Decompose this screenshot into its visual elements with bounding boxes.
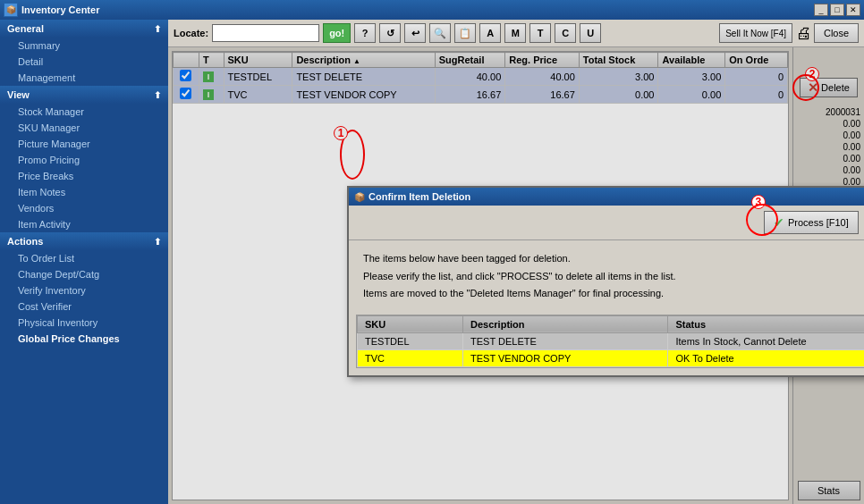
actions-collapse-arrow: ⬆ <box>154 237 161 247</box>
general-collapse-arrow: ⬆ <box>154 24 161 34</box>
clipboard-button[interactable]: 📋 <box>454 23 476 43</box>
sidebar-item-verify-inventory[interactable]: Verify Inventory <box>0 282 168 298</box>
maximize-button[interactable]: □ <box>830 4 844 16</box>
toolbar: Locate: go! ? ↺ ↩ 🔍 📋 A M T C U Sell It … <box>168 20 864 47</box>
modal-table: SKU Description Status TESTDEL TEST DELE… <box>357 315 864 367</box>
check-icon: ✔ <box>774 215 784 230</box>
modal-table-row: TVC TEST VENDOR COPY OK To Delete <box>358 349 865 366</box>
sidebar-general-header[interactable]: General ⬆ <box>0 20 168 38</box>
sidebar-view-header[interactable]: View ⬆ <box>0 86 168 104</box>
confirm-deletion-modal: 📦 Confirm Item Deletion _ □ ✕ 3 <box>347 186 864 377</box>
locate-input[interactable] <box>212 24 319 42</box>
a-button[interactable]: A <box>479 23 501 43</box>
sidebar-item-price-breaks[interactable]: Price Breaks <box>0 168 168 184</box>
sidebar-item-promo-pricing[interactable]: Promo Pricing <box>0 152 168 168</box>
search-button[interactable]: 🔍 <box>429 23 451 43</box>
sidebar-item-item-activity[interactable]: Item Activity <box>0 216 168 232</box>
sidebar-item-change-dept[interactable]: Change Dept/Catg <box>0 266 168 282</box>
close-button[interactable]: Close <box>814 23 859 43</box>
sidebar-item-physical-inventory[interactable]: Physical Inventory <box>0 315 168 331</box>
sidebar: General ⬆ Summary Detail Management View… <box>0 20 168 504</box>
modal-titlebar: 📦 Confirm Item Deletion _ □ ✕ <box>349 188 864 206</box>
modal-toolbar: 3 ✔ Process [F10] ✕ Cancel <box>349 206 864 240</box>
modal-table-row: TESTDEL TEST DELETE Items In Stock, Cann… <box>358 332 865 349</box>
modal-row-description: TEST VENDOR COPY <box>463 349 668 366</box>
main-layout: General ⬆ Summary Detail Management View… <box>0 20 864 504</box>
minimize-button[interactable]: _ <box>814 4 828 16</box>
modal-message: The items below have been tagged for del… <box>349 240 864 315</box>
sidebar-item-stock-manager[interactable]: Stock Manager <box>0 104 168 120</box>
sidebar-item-to-order-list[interactable]: To Order List <box>0 250 168 266</box>
modal-title-icon: 📦 <box>354 192 365 202</box>
m-button[interactable]: M <box>504 23 526 43</box>
modal-message-line-1: The items below have been tagged for del… <box>363 251 864 267</box>
process-button[interactable]: ✔ Process [F10] <box>764 211 859 234</box>
modal-table-container: SKU Description Status TESTDEL TEST DELE… <box>356 315 864 368</box>
help-button[interactable]: ? <box>354 23 376 43</box>
modal-row-status: OK To Delete <box>668 349 864 366</box>
modal-row-sku: TESTDEL <box>358 332 463 349</box>
modal-message-line-3: Items are moved to the "Deleted Items Ma… <box>363 286 864 302</box>
modal-row-status: Items In Stock, Cannot Delete <box>668 332 864 349</box>
locate-label: Locate: <box>174 28 208 38</box>
window-controls: _ □ ✕ <box>814 4 860 16</box>
c-button[interactable]: C <box>555 23 576 43</box>
modal-row-description: TEST DELETE <box>463 332 668 349</box>
sidebar-actions-header[interactable]: Actions ⬆ <box>0 232 168 250</box>
sidebar-item-sku-manager[interactable]: SKU Manager <box>0 120 168 136</box>
sidebar-item-picture-manager[interactable]: Picture Manager <box>0 136 168 152</box>
u-button[interactable]: U <box>580 23 601 43</box>
sidebar-item-cost-verifier[interactable]: Cost Verifier <box>0 298 168 315</box>
annotation-3-number: 3 <box>751 195 766 209</box>
go-button[interactable]: go! <box>323 23 351 43</box>
sidebar-item-detail[interactable]: Detail <box>0 54 168 70</box>
modal-col-sku: SKU <box>358 315 463 332</box>
app-icon: 📦 <box>4 3 18 17</box>
modal-col-description: Description <box>463 315 668 332</box>
modal-title: Confirm Item Deletion <box>368 191 864 202</box>
modal-message-line-2: Please verify the list, and click "PROCE… <box>363 269 864 285</box>
sidebar-item-global-price-changes[interactable]: Global Price Changes <box>0 331 168 347</box>
sidebar-item-vendors[interactable]: Vendors <box>0 200 168 216</box>
modal-col-status: Status <box>668 315 864 332</box>
sell-it-now-button[interactable]: Sell It Now [F4] <box>719 23 792 43</box>
title-bar: 📦 Inventory Center _ □ ✕ <box>0 0 864 20</box>
window-close-button[interactable]: ✕ <box>846 4 860 16</box>
view-collapse-arrow: ⬆ <box>154 90 161 100</box>
t-button[interactable]: T <box>529 23 551 43</box>
back-button[interactable]: ↩ <box>404 23 426 43</box>
sidebar-item-summary[interactable]: Summary <box>0 38 168 54</box>
content-area: Locate: go! ? ↺ ↩ 🔍 📋 A M T C U Sell It … <box>168 20 864 504</box>
modal-overlay: 📦 Confirm Item Deletion _ □ ✕ 3 <box>168 47 864 504</box>
sidebar-item-management[interactable]: Management <box>0 70 168 86</box>
sidebar-item-item-notes[interactable]: Item Notes <box>0 184 168 200</box>
modal-row-sku: TVC <box>358 349 463 366</box>
app-title: Inventory Center <box>21 4 810 15</box>
refresh-button[interactable]: ↺ <box>379 23 401 43</box>
